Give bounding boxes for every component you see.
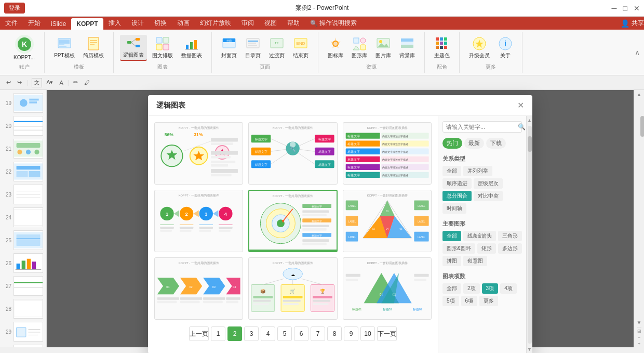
end-page-button[interactable]: END 结束页 bbox=[290, 35, 312, 60]
tag-all-shape[interactable]: 全部 bbox=[442, 231, 461, 241]
toc-page-button[interactable]: 目录页 bbox=[242, 35, 264, 60]
tab-transitions[interactable]: 切换 bbox=[149, 17, 172, 30]
tag-circle-ring[interactable]: 圆形&圆环 bbox=[442, 243, 475, 254]
slide-item-25[interactable]: 25 bbox=[2, 229, 44, 251]
cover-page-button[interactable]: 封面 封面页 bbox=[218, 35, 240, 60]
tag-5-items[interactable]: 5项 bbox=[442, 296, 459, 306]
tag-all-items[interactable]: 全部 bbox=[442, 283, 461, 294]
tag-parallel[interactable]: 并列列举 bbox=[463, 166, 492, 176]
search-icon[interactable]: 🔍 bbox=[518, 123, 526, 130]
shape-lib-button[interactable]: 图形库 bbox=[348, 35, 370, 60]
undo-button[interactable]: ↩ bbox=[4, 78, 13, 87]
share-button[interactable]: 共享 bbox=[632, 19, 644, 28]
chart-card-6[interactable]: KOPPT - 一套好用的图表插件 bbox=[343, 190, 432, 252]
chart-card-1[interactable]: KOPPT - 一套好用的图表插件 56% 31% bbox=[154, 122, 243, 185]
page-btn-9[interactable]: 9 bbox=[344, 326, 358, 341]
format-btn[interactable]: 文 bbox=[32, 78, 42, 87]
filter-tab-new[interactable]: 最新 bbox=[464, 138, 484, 149]
tag-3-items[interactable]: 3项 bbox=[482, 283, 499, 294]
tag-creative[interactable]: 创意图 bbox=[463, 256, 487, 266]
about-button[interactable]: i 关于 bbox=[495, 35, 516, 60]
chart-card-3[interactable]: KOPPT - 一套好用的图表插件 标题文字 内容文字描述文字描述 标题文字 bbox=[343, 122, 432, 185]
slide-item-28[interactable]: 28 bbox=[2, 298, 44, 320]
minimize-btn[interactable]: ─ bbox=[612, 4, 617, 12]
font-size-btn[interactable]: A▾ bbox=[44, 78, 55, 87]
font-size-btn2[interactable]: A bbox=[57, 79, 65, 87]
page-btn-8[interactable]: 8 bbox=[327, 326, 342, 341]
chart-card-2[interactable]: KOPPT - 一套好用的图表插件 标题文字 标题文字 bbox=[248, 122, 337, 185]
tab-slideshow[interactable]: 幻灯片放映 bbox=[195, 17, 236, 30]
eyedropper-btn[interactable]: 🖊 bbox=[82, 79, 92, 87]
page-btn-3[interactable]: 3 bbox=[244, 326, 259, 341]
tab-review[interactable]: 审阅 bbox=[236, 17, 259, 30]
login-button[interactable]: 登录 bbox=[4, 3, 25, 14]
tab-help[interactable]: 帮助 bbox=[282, 17, 305, 30]
zoom-out[interactable]: − bbox=[638, 335, 640, 340]
zoom-fit[interactable]: ⊞ bbox=[637, 329, 641, 334]
tab-file[interactable]: 文件 bbox=[0, 17, 23, 30]
chart-card-4[interactable]: KOPPT - 一套好用的图表插件 1 2 bbox=[154, 190, 243, 252]
slide-item-22[interactable]: 22 bbox=[2, 161, 44, 182]
tag-more-items[interactable]: 更多 bbox=[479, 296, 498, 306]
slide-item-20[interactable]: 20 bbox=[2, 115, 44, 137]
chart-card-5[interactable]: KOPPT - 一套好用的图表插件 bbox=[248, 190, 337, 252]
tab-home[interactable]: 开始 bbox=[23, 17, 46, 30]
slide-item-24[interactable]: 24 bbox=[2, 206, 44, 228]
page-btn-7[interactable]: 7 bbox=[311, 326, 325, 341]
tab-view[interactable]: 视图 bbox=[259, 17, 282, 30]
tab-search[interactable]: 🔍操作说明搜索 bbox=[305, 17, 362, 30]
tab-islide[interactable]: iSlide bbox=[46, 18, 71, 30]
page-btn-5[interactable]: 5 bbox=[277, 326, 292, 341]
slide-item-30[interactable]: 30 bbox=[2, 344, 44, 347]
page-btn-1[interactable]: 1 bbox=[211, 326, 225, 341]
chart-layout-button[interactable]: 图文排版 bbox=[149, 35, 176, 60]
data-chart-button[interactable]: 数据图表 bbox=[178, 35, 205, 60]
tag-rectangle[interactable]: 矩形 bbox=[477, 243, 496, 254]
tag-polygon[interactable]: 多边形 bbox=[498, 243, 522, 254]
tag-contrast[interactable]: 对比中突 bbox=[474, 191, 503, 201]
tag-2-items[interactable]: 2项 bbox=[463, 283, 480, 294]
main-scroll-up[interactable]: ▲ bbox=[635, 90, 643, 99]
chart-card-8[interactable]: KOPPT - 一套好用的图表插件 ☁ 📦 bbox=[248, 257, 337, 320]
koppt-button[interactable]: K KOPPT... bbox=[10, 34, 38, 61]
tag-sequential[interactable]: 顺序递进 bbox=[442, 178, 472, 189]
page-btn-10[interactable]: 10 bbox=[360, 326, 375, 341]
scroll-down-arrow[interactable]: ▼ bbox=[526, 345, 534, 353]
resume-template-button[interactable]: 简历模板 bbox=[80, 35, 107, 60]
upgrade-button[interactable]: 升级会员 bbox=[466, 35, 493, 60]
tag-lines-arrows[interactable]: 线条&箭头 bbox=[463, 231, 496, 241]
logic-chart-button[interactable]: 逻辑图表 bbox=[120, 35, 147, 61]
next-page-button[interactable]: 下一页 bbox=[377, 326, 397, 341]
main-scroll-down[interactable]: ▼ bbox=[635, 318, 643, 327]
ppt-template-button[interactable]: PPT模板 bbox=[51, 35, 77, 60]
icon-lib-button[interactable]: 图标库 bbox=[325, 35, 346, 60]
slide-item-23[interactable]: 23 bbox=[2, 184, 44, 205]
chart-card-7[interactable]: KOPPT - 一套好用的图表插件 01 02 03 bbox=[154, 257, 243, 320]
modal-close-button[interactable]: ✕ bbox=[517, 100, 524, 110]
tab-animations[interactable]: 动画 bbox=[172, 17, 195, 30]
tab-insert[interactable]: 插入 bbox=[103, 17, 126, 30]
bg-lib-button[interactable]: 背景库 bbox=[396, 35, 418, 60]
tab-design[interactable]: 设计 bbox=[126, 17, 149, 30]
main-scroll-thumb[interactable] bbox=[640, 116, 645, 137]
transition-page-button[interactable]: ↔ 过渡页 bbox=[266, 35, 288, 60]
slide-item-27[interactable]: 27 bbox=[2, 275, 44, 297]
image-lib-button[interactable]: 图片库 bbox=[372, 35, 394, 60]
tag-all-relation[interactable]: 全部 bbox=[442, 166, 461, 176]
close-btn[interactable]: ✕ bbox=[634, 4, 640, 12]
page-btn-2[interactable]: 2 bbox=[227, 326, 242, 341]
slide-item-19[interactable]: 19 bbox=[2, 92, 44, 114]
slide-item-29[interactable]: 29 bbox=[2, 321, 44, 343]
tag-4-items[interactable]: 4项 bbox=[500, 283, 517, 294]
prev-page-button[interactable]: 上一页 bbox=[189, 326, 209, 341]
slide-item-21[interactable]: 21 bbox=[2, 138, 44, 160]
maximize-btn[interactable]: □ bbox=[623, 4, 627, 12]
chart-card-9[interactable]: KOPPT - 一套好用的图表插件 01 02 bbox=[343, 257, 432, 320]
tag-timeline[interactable]: 时间轴 bbox=[442, 203, 466, 214]
theme-color-button[interactable]: 主题色 bbox=[431, 35, 453, 60]
search-input[interactable] bbox=[446, 124, 518, 130]
redo-button[interactable]: ↪ bbox=[15, 78, 24, 87]
tag-triangle[interactable]: 三角形 bbox=[498, 231, 522, 241]
zoom-in[interactable]: + bbox=[638, 341, 640, 346]
filter-tab-download[interactable]: 下载 bbox=[486, 138, 506, 149]
